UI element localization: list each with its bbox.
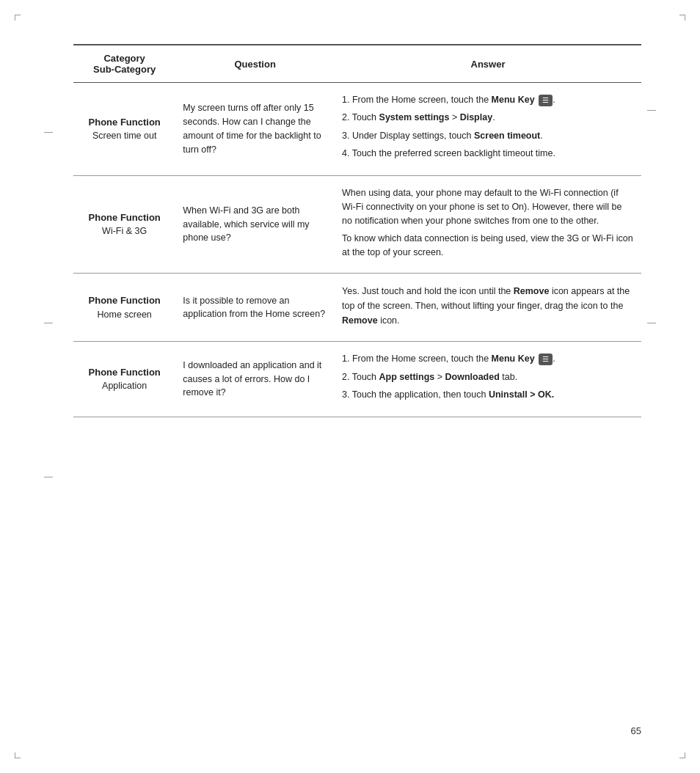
category-cell-3: Phone FunctionApplication	[73, 342, 175, 417]
category-sub: Application	[102, 381, 147, 391]
answer-paragraph: Yes. Just touch and hold the icon until …	[342, 284, 634, 328]
table-header-row: Category Sub-Category Question Answer	[73, 45, 641, 83]
category-main: Phone Function	[89, 117, 161, 128]
answer-text: .	[553, 95, 555, 105]
answer-list-item: 3. Touch the application, then touch Uni…	[342, 388, 634, 402]
answer-text	[535, 95, 537, 105]
category-main: Phone Function	[89, 367, 161, 378]
answer-text: >	[434, 372, 445, 382]
answer-cell-0: 1. From the Home screen, touch the Menu …	[335, 83, 641, 176]
question-cell-2: Is it possible to remove an application …	[175, 274, 335, 342]
corner-mark-br	[679, 752, 685, 758]
header-category: Category Sub-Category	[73, 45, 175, 83]
side-mark-right-mid	[647, 323, 656, 323]
faq-table: Category Sub-Category Question Answer Ph…	[73, 44, 641, 417]
page-container: Category Sub-Category Question Answer Ph…	[0, 0, 700, 773]
answer-list-item: 4. Touch the preferred screen backlight …	[342, 147, 634, 161]
answer-list-item: 3. Under Display settings, touch Screen …	[342, 129, 634, 143]
answer-text: 2. Touch	[342, 112, 379, 122]
answer-text: >	[449, 112, 459, 122]
menu-key-icon: ☰	[539, 95, 553, 106]
main-table-wrapper: Category Sub-Category Question Answer Ph…	[73, 44, 641, 417]
answer-bold-text: Remove	[342, 315, 378, 326]
question-cell-3: I downloaded an application and it cause…	[175, 342, 335, 417]
answer-list-item: 1. From the Home screen, touch the Menu …	[342, 93, 634, 107]
header-question: Question	[175, 45, 335, 83]
category-sub: Wi-Fi & 3G	[102, 226, 147, 236]
page-number: 65	[631, 725, 641, 736]
question-cell-0: My screen turns off after only 15 second…	[175, 83, 335, 176]
answer-text: 1. From the Home screen, touch the	[342, 353, 492, 364]
answer-bold-text: Display	[460, 112, 492, 122]
answer-text: 4. Touch the preferred screen backlight …	[342, 148, 555, 158]
side-mark-right-top	[647, 110, 656, 111]
answer-text: tab.	[500, 372, 517, 382]
answer-bold-text: App settings	[379, 372, 435, 382]
category-cell-0: Phone FunctionScreen time out	[73, 83, 175, 176]
category-main: Phone Function	[89, 212, 161, 223]
answer-text: .	[492, 112, 495, 122]
answer-list-item: 2. Touch App settings > Downloaded tab.	[342, 370, 634, 384]
answer-text: 3. Touch the application, then touch	[342, 389, 489, 400]
answer-bold-text: Menu Key	[492, 353, 535, 364]
side-mark-left-bot	[44, 477, 53, 477]
table-row: Phone FunctionHome screenIs it possible …	[73, 274, 641, 342]
corner-mark-tr	[679, 15, 685, 21]
side-mark-left-top	[44, 132, 53, 133]
answer-bold-text: Uninstall > OK.	[489, 389, 554, 400]
header-answer: Answer	[335, 45, 641, 83]
answer-text: 1. From the Home screen, touch the	[342, 95, 492, 105]
answer-cell-1: When using data, your phone may default …	[335, 175, 641, 274]
answer-bold-text: Downloaded	[445, 372, 500, 382]
answer-bold-text: Screen timeout	[474, 131, 540, 141]
answer-text: 2. Touch	[342, 372, 379, 382]
answer-paragraph: When using data, your phone may default …	[342, 186, 634, 229]
answer-cell-3: 1. From the Home screen, touch the Menu …	[335, 342, 641, 417]
table-row: Phone FunctionApplicationI downloaded an…	[73, 342, 641, 417]
answer-text: .	[553, 353, 555, 364]
answer-list-item: 1. From the Home screen, touch the Menu …	[342, 352, 634, 366]
corner-mark-tl	[15, 15, 21, 21]
answer-text	[535, 353, 537, 364]
answer-text: .	[540, 131, 542, 141]
question-cell-1: When Wi-Fi and 3G are both available, wh…	[175, 175, 335, 274]
category-sub: Home screen	[97, 309, 151, 320]
answer-cell-2: Yes. Just touch and hold the icon until …	[335, 274, 641, 342]
category-main: Phone Function	[89, 295, 161, 306]
answer-list-item: 2. Touch System settings > Display.	[342, 111, 634, 125]
table-row: Phone FunctionWi-Fi & 3GWhen Wi-Fi and 3…	[73, 175, 641, 274]
answer-bold-text: Menu Key	[492, 95, 535, 105]
answer-text: 3. Under Display settings, touch	[342, 131, 474, 141]
side-mark-left-mid	[44, 323, 53, 323]
table-row: Phone FunctionScreen time outMy screen t…	[73, 83, 641, 176]
answer-bold-text: System settings	[379, 112, 450, 122]
corner-mark-bl	[15, 752, 21, 758]
category-sub: Screen time out	[92, 131, 157, 141]
answer-paragraph: To know which data connection is being u…	[342, 232, 634, 260]
category-cell-2: Phone FunctionHome screen	[73, 274, 175, 342]
menu-key-icon: ☰	[539, 353, 553, 365]
category-cell-1: Phone FunctionWi-Fi & 3G	[73, 175, 175, 274]
answer-bold-text: Remove	[514, 286, 550, 296]
